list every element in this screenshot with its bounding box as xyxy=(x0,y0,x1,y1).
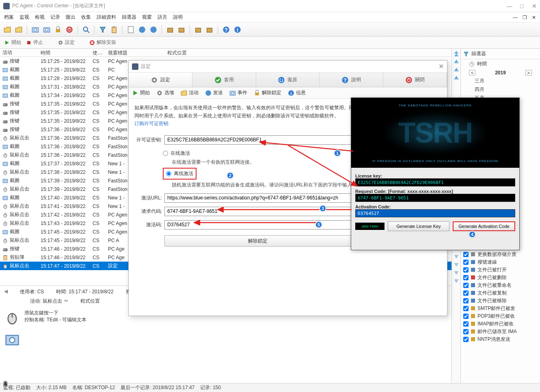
dtb-info[interactable]: 信息 xyxy=(288,89,306,96)
dtb-send[interactable]: 发送 xyxy=(205,89,223,96)
nav-dn2-icon[interactable] xyxy=(453,261,460,268)
tb-search-icon[interactable] xyxy=(81,25,91,35)
filter-check-item[interactable]: 更换数据存储介质 xyxy=(461,251,540,258)
nav-top-icon[interactable] xyxy=(453,50,460,57)
act-field[interactable] xyxy=(355,209,515,217)
close-button[interactable]: ✕ xyxy=(532,3,537,9)
menu-lang[interactable]: 語言 xyxy=(158,14,167,21)
year-label: 2019 xyxy=(478,70,523,76)
menu-details[interactable]: 詳細資料 xyxy=(97,14,116,21)
nav-bot-icon[interactable] xyxy=(453,277,460,284)
dtb-unlock[interactable]: 解除鎖定 xyxy=(254,89,281,96)
menu-file[interactable]: 档案 xyxy=(4,14,14,21)
nav-up3-icon[interactable] xyxy=(453,75,460,81)
mdi-minimize[interactable]: — xyxy=(513,15,518,20)
req-field[interactable] xyxy=(355,194,515,202)
menu-record[interactable]: 记录 xyxy=(50,14,60,21)
minimize-button[interactable]: — xyxy=(507,3,512,9)
dialog-close[interactable]: ✕ xyxy=(438,63,444,70)
tb-power-icon[interactable] xyxy=(65,25,74,35)
start-button[interactable]: 開始 xyxy=(4,39,21,46)
buy-link[interactable]: 订购许可证密钥 xyxy=(134,121,168,126)
lic-field[interactable] xyxy=(355,178,515,186)
tb-snap-icon[interactable] xyxy=(30,25,40,35)
tb-folder2-icon[interactable] xyxy=(14,25,24,35)
maximize-button[interactable]: □ xyxy=(521,3,524,9)
col-loc[interactable]: 程式位置 xyxy=(165,49,451,56)
col-time[interactable]: 時間 xyxy=(38,49,90,56)
tb-snap2-icon[interactable] xyxy=(42,25,52,35)
month-item[interactable]: 四月 xyxy=(461,85,540,94)
tb-box3-icon[interactable] xyxy=(193,25,203,35)
filter-check-item[interactable]: IMAP邮件已被收 xyxy=(461,320,540,328)
filter-check-item[interactable]: 邮件已儲存至 IMA xyxy=(461,328,540,336)
tb-box2-icon[interactable] xyxy=(177,25,186,35)
dtb-start[interactable]: 開始 xyxy=(132,89,150,96)
menu-view[interactable]: 检视 xyxy=(35,14,45,21)
mdi-close[interactable]: ✕ xyxy=(532,15,536,20)
filter-check-item[interactable]: SMTP邮件已被发 xyxy=(461,305,540,312)
tb-globe-icon[interactable] xyxy=(137,25,147,35)
svg-rect-48 xyxy=(471,299,475,303)
filter-check-item[interactable]: POP3邮件已被收 xyxy=(461,312,540,320)
menu-filter[interactable]: 篩選器 xyxy=(122,14,136,21)
month-item[interactable]: 三月 xyxy=(461,77,540,85)
filter-check-item[interactable]: 文件已被移除 xyxy=(461,297,540,305)
tb-help-icon[interactable] xyxy=(221,25,231,35)
tab-apply[interactable]: 套用 xyxy=(192,73,256,87)
nav-dn-icon[interactable] xyxy=(453,253,460,260)
tb-box4-icon[interactable] xyxy=(205,25,214,35)
menu-export[interactable]: 匯出 xyxy=(66,14,76,21)
svg-rect-51 xyxy=(471,322,475,326)
tb-box-icon[interactable] xyxy=(165,25,175,35)
filter-check-item[interactable]: 文件已被打开 xyxy=(461,266,540,274)
unlock-button[interactable]: 解除鎖定 xyxy=(164,235,351,247)
uninstall-button[interactable]: 解除安裝 xyxy=(89,39,116,46)
tb-info-icon[interactable] xyxy=(233,25,242,35)
window-title: PC Agent - Control Center - [当地记录文件] xyxy=(12,2,507,9)
stop-button[interactable]: 停止 xyxy=(26,39,43,46)
menu-help[interactable]: 說明 xyxy=(173,14,183,21)
year-next[interactable]: > xyxy=(525,70,532,76)
menu-collect[interactable]: 收集 xyxy=(81,14,91,21)
tab-restore[interactable]: 復原 xyxy=(256,73,320,87)
filter-check-item[interactable]: 文件已被复制 xyxy=(461,289,540,297)
filter-check-item[interactable]: NNTP消息发送 xyxy=(461,336,540,343)
radio-offline[interactable]: 离线激活 xyxy=(163,168,197,180)
request-code-label: 请求代码: xyxy=(134,208,162,215)
filter-check-item[interactable]: 文件已被删除 xyxy=(461,274,540,282)
tb-globe2-icon[interactable] xyxy=(149,25,158,35)
gen-activation-button[interactable]: Generate Activation Code xyxy=(453,221,515,231)
settings-button[interactable]: 設定 xyxy=(58,39,75,46)
tab-settings[interactable]: 設定 xyxy=(129,73,192,87)
gen-license-button[interactable]: Generate License Key xyxy=(388,221,449,231)
year-prev[interactable]: < xyxy=(469,70,475,76)
nav-dn3-icon[interactable] xyxy=(453,269,460,276)
tb-clip-icon[interactable] xyxy=(109,25,119,35)
tab-help[interactable]: 說明 xyxy=(320,73,383,87)
svg-rect-34 xyxy=(168,28,173,32)
filter-header[interactable]: 篩選器 xyxy=(461,49,540,59)
menubar: 档案 监视 检视 记录 匯出 收集 詳細資料 篩選器 视窗 語言 說明 — ❐ … xyxy=(0,12,540,23)
tb-doc-icon[interactable] xyxy=(126,25,136,35)
status-size: 大小: 2.15 MB xyxy=(36,384,67,391)
menu-window[interactable]: 视窗 xyxy=(142,14,152,21)
tb-folder-icon[interactable] xyxy=(2,25,12,35)
col-wtitle[interactable]: 视窗標題 xyxy=(106,49,165,56)
detail-loc: 程式位置 xyxy=(80,298,100,305)
col-user[interactable]: 使用者 xyxy=(90,49,106,56)
tb-lock-icon[interactable] xyxy=(53,25,63,35)
dtb-events[interactable]: 事件 xyxy=(229,89,247,96)
menu-monitor[interactable]: 监视 xyxy=(19,14,29,21)
filter-check-item[interactable]: 文件已被重命名 xyxy=(461,282,540,289)
dtb-options[interactable]: 选项 xyxy=(156,89,174,96)
nav-up2-icon[interactable] xyxy=(453,67,460,73)
tab-close[interactable]: 關閉 xyxy=(383,73,447,87)
filter-check-item[interactable]: 撥號連線 xyxy=(461,258,540,266)
col-activity[interactable]: 活动 xyxy=(0,49,38,56)
dtb-activity[interactable]: 活动 xyxy=(181,89,199,96)
filter-time[interactable]: 時間 xyxy=(461,59,540,69)
tb-funnel-icon[interactable] xyxy=(98,25,108,35)
nav-up-icon[interactable] xyxy=(453,58,460,65)
mdi-restore[interactable]: ❐ xyxy=(523,15,527,20)
